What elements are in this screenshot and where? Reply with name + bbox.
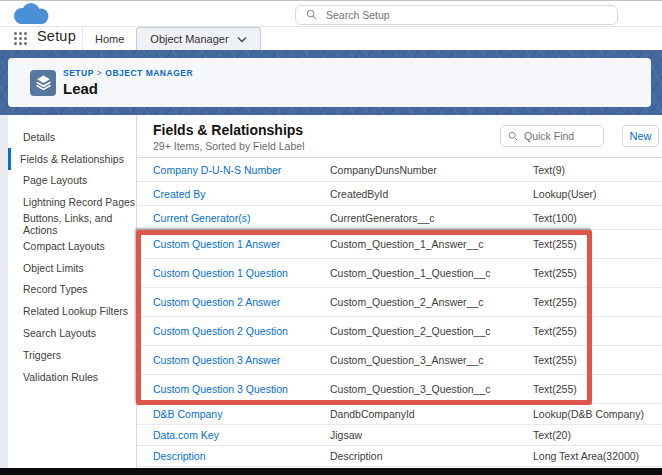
- sidebar-item-label: Validation Rules: [23, 371, 98, 383]
- table-row: Company D-U-N-S NumberCompanyDunsNumberT…: [137, 158, 662, 182]
- field-data-type: Text(9): [533, 164, 662, 176]
- search-icon: [508, 127, 518, 145]
- field-data-type: Text(255): [533, 383, 662, 395]
- main-panel: Fields & Relationships 29+ Items, Sorted…: [137, 115, 662, 468]
- field-data-type: Text(255): [533, 325, 662, 337]
- field-data-type: Text(100): [533, 212, 662, 224]
- field-data-type: Lookup(D&B Company): [533, 408, 662, 420]
- sidebar-item-buttons-links-and-actions[interactable]: Buttons, Links, and Actions: [8, 213, 136, 235]
- page-header-card: SETUP>OBJECT MANAGER Lead: [8, 58, 651, 107]
- window-bottom-edge: [0, 468, 662, 475]
- quick-find-input[interactable]: Quick Find: [500, 125, 604, 147]
- field-data-type: Text(255): [533, 354, 662, 366]
- global-search-placeholder: Search Setup: [326, 9, 390, 21]
- content-area: DetailsFields & RelationshipsPage Layout…: [0, 115, 662, 468]
- table-row: Data.com KeyJigsawText(20): [137, 425, 662, 446]
- table-row: Custom Question 2 QuestionCustom_Questio…: [137, 317, 662, 346]
- field-data-type: Text(255): [533, 238, 662, 250]
- field-label-link[interactable]: Custom Question 2 Question: [153, 325, 330, 337]
- sidebar-item-label: Record Types: [23, 283, 88, 295]
- sidebar-item-validation-rules[interactable]: Validation Rules: [8, 366, 136, 388]
- sidebar-item-label: Buttons, Links, and Actions: [23, 212, 136, 236]
- sidebar-item-page-layouts[interactable]: Page Layouts: [8, 170, 136, 192]
- list-header: Fields & Relationships 29+ Items, Sorted…: [137, 115, 662, 158]
- setup-app-label: Setup: [37, 28, 76, 44]
- field-label-link[interactable]: Company D-U-N-S Number: [153, 164, 330, 176]
- field-label-link[interactable]: Custom Question 1 Question: [153, 267, 330, 279]
- field-api-name: DandbCompanyId: [330, 408, 533, 420]
- field-label-link[interactable]: Created By: [153, 188, 330, 200]
- sidebar-item-label: Object Limits: [23, 262, 84, 274]
- field-api-name: Jigsaw: [330, 429, 533, 441]
- field-label-link[interactable]: Custom Question 2 Answer: [153, 296, 330, 308]
- sidebar-item-label: Compact Layouts: [23, 240, 105, 252]
- field-data-type: Lookup(User): [533, 188, 662, 200]
- field-api-name: Custom_Question_1_Question__c: [330, 267, 533, 279]
- app-launcher-icon[interactable]: [13, 31, 28, 50]
- sidebar-item-object-limits[interactable]: Object Limits: [8, 257, 136, 279]
- field-api-name: Custom_Question_3_Answer__c: [330, 354, 533, 366]
- new-field-button[interactable]: New: [622, 125, 659, 147]
- table-row: Custom Question 1 AnswerCustom_Question_…: [137, 230, 662, 259]
- sidebar-item-label: Related Lookup Filters: [23, 305, 128, 317]
- field-api-name: Custom_Question_1_Answer__c: [330, 238, 533, 250]
- sidebar-item-related-lookup-filters[interactable]: Related Lookup Filters: [8, 300, 136, 322]
- table-row: Created ByCreatedByIdLookup(User): [137, 182, 662, 206]
- field-label-link[interactable]: Data.com Key: [153, 429, 330, 441]
- sidebar-item-record-types[interactable]: Record Types: [8, 279, 136, 301]
- quick-find-placeholder: Quick Find: [524, 130, 574, 142]
- table-row: Custom Question 3 QuestionCustom_Questio…: [137, 375, 662, 404]
- breadcrumb: SETUP>OBJECT MANAGER: [63, 68, 193, 78]
- table-row: Current Generator(s)CurrentGenerators__c…: [137, 206, 662, 230]
- field-api-name: Custom_Question_2_Answer__c: [330, 296, 533, 308]
- sidebar-item-fields-relationships[interactable]: Fields & Relationships: [8, 148, 136, 170]
- sidebar-item-search-layouts[interactable]: Search Layouts: [8, 322, 136, 344]
- sidebar-item-compact-layouts[interactable]: Compact Layouts: [8, 235, 136, 257]
- brand-banner: SETUP>OBJECT MANAGER Lead: [0, 50, 662, 115]
- field-data-type: Text(255): [533, 296, 662, 308]
- table-row: Custom Question 1 QuestionCustom_Questio…: [137, 259, 662, 288]
- global-header: Search Setup: [0, 0, 662, 27]
- tab-home[interactable]: Home: [82, 27, 136, 50]
- field-api-name: Custom_Question_2_Question__c: [330, 325, 533, 337]
- field-label-link[interactable]: Custom Question 3 Question: [153, 383, 330, 395]
- field-api-name: CreatedById: [330, 188, 533, 200]
- field-data-type: Text(255): [533, 267, 662, 279]
- breadcrumb-separator: >: [94, 68, 105, 78]
- table-row: D&B CompanyDandbCompanyIdLookup(D&B Comp…: [137, 404, 662, 425]
- object-manager-sidebar: DetailsFields & RelationshipsPage Layout…: [8, 115, 137, 468]
- tab-object-manager[interactable]: Object Manager: [136, 27, 260, 50]
- table-row: Custom Question 2 AnswerCustom_Question_…: [137, 288, 662, 317]
- sidebar-item-details[interactable]: Details: [8, 126, 136, 148]
- sidebar-item-label: Lightning Record Pages: [23, 196, 135, 208]
- salesforce-setup-window: Search Setup Setup Home Object Manager: [0, 0, 662, 475]
- table-row: DescriptionDescriptionLong Text Area(320…: [137, 446, 662, 467]
- field-data-type: Text(20): [533, 429, 662, 441]
- global-search-input[interactable]: Search Setup: [295, 5, 618, 25]
- field-api-name: Custom_Question_3_Question__c: [330, 383, 533, 395]
- fields-table: Company D-U-N-S NumberCompanyDunsNumberT…: [137, 158, 662, 467]
- field-label-link[interactable]: Custom Question 1 Answer: [153, 238, 330, 250]
- setup-navbar: Setup Home Object Manager: [0, 27, 662, 50]
- lead-object-icon: [30, 70, 56, 96]
- field-api-name: Description: [330, 450, 533, 462]
- sidebar-item-lightning-record-pages[interactable]: Lightning Record Pages: [8, 191, 136, 213]
- sidebar-item-label: Triggers: [23, 349, 61, 361]
- field-api-name: CurrentGenerators__c: [330, 212, 533, 224]
- field-data-type: Long Text Area(32000): [533, 450, 662, 462]
- sidebar-item-label: Fields & Relationships: [20, 153, 124, 165]
- table-row: Custom Question 3 AnswerCustom_Question_…: [137, 346, 662, 375]
- sidebar-item-label: Search Layouts: [23, 327, 96, 339]
- field-label-link[interactable]: Custom Question 3 Answer: [153, 354, 330, 366]
- sidebar-item-label: Page Layouts: [23, 174, 87, 186]
- tab-home-label: Home: [95, 33, 124, 45]
- breadcrumb-setup-link[interactable]: SETUP: [63, 68, 94, 78]
- page-title: Lead: [63, 80, 193, 97]
- sidebar-item-triggers[interactable]: Triggers: [8, 344, 136, 366]
- field-label-link[interactable]: Current Generator(s): [153, 212, 330, 224]
- setup-tabs: Home Object Manager: [82, 27, 261, 50]
- field-label-link[interactable]: Description: [153, 450, 330, 462]
- sidebar-item-label: Details: [23, 131, 55, 143]
- field-label-link[interactable]: D&B Company: [153, 408, 330, 420]
- breadcrumb-object-manager-link[interactable]: OBJECT MANAGER: [105, 68, 193, 78]
